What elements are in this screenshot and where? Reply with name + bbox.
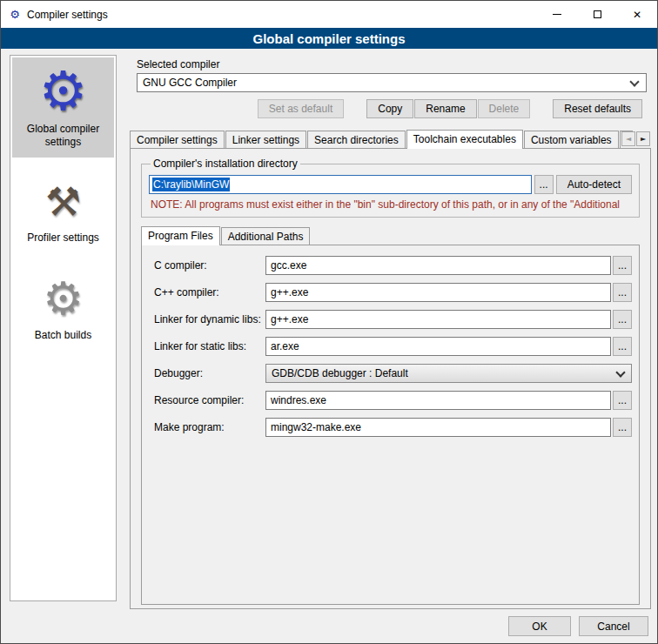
compiler-select[interactable]: GNU GCC Compiler <box>137 73 647 92</box>
tab-search-directories[interactable]: Search directories <box>307 131 406 148</box>
compiler-select-value: GNU GCC Compiler <box>143 77 237 89</box>
tab-scroll-left-button[interactable]: ◄ <box>621 131 635 146</box>
static-linker-input[interactable]: ar.exe <box>265 337 611 356</box>
sidebar-item-label: Global compiler settings <box>14 123 112 149</box>
sidebar-item-profiler-settings[interactable]: ⚒ Profiler settings <box>12 170 114 253</box>
resource-compiler-value: windres.exe <box>271 394 326 406</box>
selected-compiler-label: Selected compiler <box>137 58 651 70</box>
cpp-compiler-browse-button[interactable]: ... <box>613 283 632 302</box>
form-row-cpp-compiler: C++ compiler: g++.exe ... <box>154 283 632 302</box>
arrow-left-icon: ◄ <box>626 136 631 143</box>
static-linker-value: ar.exe <box>271 340 299 352</box>
tab-scroll-controls: ◄ ► <box>621 131 650 146</box>
install-dir-group-title: Compiler's installation directory <box>151 158 300 170</box>
minimize-button[interactable] <box>537 1 577 28</box>
close-icon: ✕ <box>633 10 641 20</box>
form-row-resource-compiler: Resource compiler: windres.exe ... <box>154 391 632 410</box>
chevron-down-icon <box>615 367 625 377</box>
sidebar-item-label: Batch builds <box>35 329 91 342</box>
install-dir-value: C:\raylib\MinGW <box>152 178 230 191</box>
tab-compiler-settings[interactable]: Compiler settings <box>130 131 225 148</box>
tab-custom-variables[interactable]: Custom variables <box>524 131 619 148</box>
sidebar-item-batch-builds[interactable]: ⚙ Batch builds <box>12 265 114 351</box>
main-panel: Selected compiler GNU GCC Compiler Set a… <box>130 53 651 609</box>
form-row-static-linker: Linker for static libs: ar.exe ... <box>154 337 632 356</box>
tab-scroll-right-button[interactable]: ► <box>636 131 650 146</box>
tabstrip: Compiler settings Linker settings Search… <box>130 129 651 148</box>
sidebar-item-label: Profiler settings <box>27 231 99 245</box>
gear-icon: ⚙ <box>39 64 88 118</box>
subtabstrip: Program Files Additional Paths <box>141 226 650 245</box>
subtab-program-files[interactable]: Program Files <box>141 226 220 245</box>
program-files-panel: C compiler: gcc.exe ... C++ compiler: g+… <box>141 245 640 605</box>
cancel-button[interactable]: Cancel <box>579 616 648 636</box>
c-compiler-input[interactable]: gcc.exe <box>265 256 611 275</box>
resource-compiler-input[interactable]: windres.exe <box>265 391 611 410</box>
rename-button[interactable]: Rename <box>414 99 476 118</box>
tab-toolchain-executables[interactable]: Toolchain executables <box>406 130 523 149</box>
install-dir-input[interactable]: C:\raylib\MinGW <box>149 175 532 194</box>
install-dir-group: Compiler's installation directory C:\ray… <box>141 158 640 218</box>
maximize-button[interactable] <box>577 1 617 28</box>
chevron-down-icon <box>629 77 639 86</box>
close-button[interactable]: ✕ <box>617 1 657 28</box>
minimize-icon <box>553 14 561 15</box>
dynamic-linker-input[interactable]: g++.exe <box>265 310 611 329</box>
c-compiler-value: gcc.exe <box>271 259 306 272</box>
install-dir-browse-button[interactable]: ... <box>534 175 554 194</box>
reset-defaults-button[interactable]: Reset defaults <box>553 99 642 118</box>
form-row-c-compiler: C compiler: gcc.exe ... <box>154 256 632 275</box>
field-label: Resource compiler: <box>154 394 265 406</box>
copy-button[interactable]: Copy <box>366 99 413 118</box>
field-label: C++ compiler: <box>154 286 265 299</box>
compiler-settings-window: ⚙ Compiler settings ✕ Global compiler se… <box>0 0 658 644</box>
delete-button[interactable]: Delete <box>478 99 531 118</box>
maximize-icon <box>594 10 601 18</box>
app-gear-icon: ⚙ <box>10 9 20 20</box>
c-compiler-browse-button[interactable]: ... <box>613 256 632 275</box>
auto-detect-button[interactable]: Auto-detect <box>556 175 632 194</box>
window-controls: ✕ <box>537 1 657 28</box>
cpp-compiler-value: g++.exe <box>271 286 308 299</box>
cpp-compiler-input[interactable]: g++.exe <box>265 283 611 302</box>
form-row-make-program: Make program: mingw32-make.exe ... <box>154 418 632 437</box>
window-title: Compiler settings <box>27 9 108 21</box>
make-program-value: mingw32-make.exe <box>271 421 361 433</box>
titlebar: ⚙ Compiler settings ✕ <box>1 1 657 28</box>
static-linker-browse-button[interactable]: ... <box>613 337 632 356</box>
form-row-dynamic-linker: Linker for dynamic libs: g++.exe ... <box>154 310 632 329</box>
dialog-header: Global compiler settings <box>1 28 657 49</box>
dynamic-linker-value: g++.exe <box>271 313 308 325</box>
field-label: Debugger: <box>154 367 265 379</box>
sidebar-item-global-compiler-settings[interactable]: ⚙ Global compiler settings <box>12 57 114 158</box>
sidebar: ⚙ Global compiler settings ⚒ Profiler se… <box>10 55 117 601</box>
dialog-header-title: Global compiler settings <box>252 31 405 46</box>
field-label: C compiler: <box>154 259 265 272</box>
set-as-default-button[interactable]: Set as default <box>258 99 344 118</box>
debugger-select[interactable]: GDB/CDB debugger : Default <box>265 364 632 383</box>
form-row-debugger: Debugger: GDB/CDB debugger : Default <box>154 364 632 383</box>
debugger-select-value: GDB/CDB debugger : Default <box>272 367 408 379</box>
make-program-browse-button[interactable]: ... <box>613 418 632 437</box>
dynamic-linker-browse-button[interactable]: ... <box>613 310 632 329</box>
tab-linker-settings[interactable]: Linker settings <box>225 131 306 148</box>
app-icon: ⚙ <box>8 8 22 22</box>
field-label: Linker for static libs: <box>154 340 265 352</box>
install-dir-note: NOTE: All programs must exist either in … <box>151 198 632 211</box>
ok-button[interactable]: OK <box>508 616 571 636</box>
compiler-buttons-row: Set as default Copy Rename Delete Reset … <box>130 99 642 118</box>
gear-icon: ⚙ <box>43 276 84 321</box>
profiler-tool-icon: ⚒ <box>45 182 81 222</box>
toolchain-executables-panel: Compiler's installation directory C:\ray… <box>130 148 651 609</box>
arrow-right-icon: ► <box>641 136 646 143</box>
make-program-input[interactable]: mingw32-make.exe <box>265 418 611 437</box>
dialog-footer: OK Cancel <box>500 616 648 636</box>
subtab-additional-paths[interactable]: Additional Paths <box>221 227 311 245</box>
field-label: Linker for dynamic libs: <box>154 313 265 325</box>
field-label: Make program: <box>154 421 265 433</box>
resource-compiler-browse-button[interactable]: ... <box>613 391 632 410</box>
install-dir-row: C:\raylib\MinGW ... Auto-detect <box>149 175 632 194</box>
